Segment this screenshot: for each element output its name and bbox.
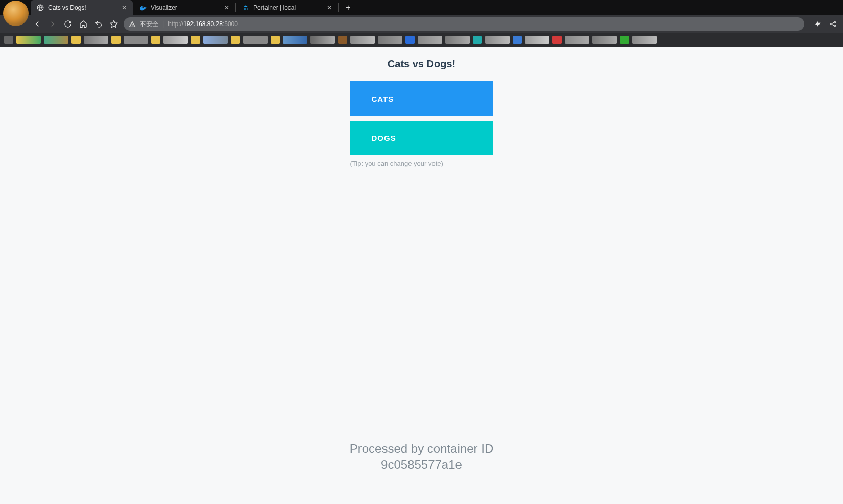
- bookmark-item[interactable]: [378, 36, 402, 44]
- bookmark-item[interactable]: [592, 36, 617, 44]
- footer-line2: 9c0585577a1e: [0, 457, 843, 472]
- close-icon[interactable]: ✕: [223, 4, 230, 11]
- undo-button[interactable]: [94, 19, 103, 29]
- bookmark-item[interactable]: [243, 36, 268, 44]
- bookmark-item[interactable]: [620, 36, 629, 44]
- bookmark-item[interactable]: [191, 36, 200, 44]
- bookmark-item[interactable]: [513, 36, 522, 44]
- footer-line1: Processed by container ID: [0, 441, 843, 457]
- home-button[interactable]: [79, 19, 88, 29]
- tip-text: (Tip: you can change your vote): [350, 160, 493, 167]
- warning-icon: [129, 20, 136, 28]
- security-label: 不安全: [140, 20, 158, 29]
- address-separator: |: [162, 20, 164, 28]
- svg-point-4: [835, 26, 836, 27]
- tab-visualizer[interactable]: Visualizer ✕: [133, 0, 235, 15]
- tab-title: Cats vs Dogs!: [48, 4, 116, 11]
- bookmark-item[interactable]: [163, 36, 188, 44]
- page-title: Cats vs Dogs!: [350, 58, 493, 70]
- bookmark-item[interactable]: [445, 36, 470, 44]
- tab-separator: [338, 3, 339, 12]
- nav-buttons: [33, 19, 118, 29]
- bookmark-item[interactable]: [283, 36, 307, 44]
- globe-icon: [37, 4, 44, 11]
- bookmark-item[interactable]: [203, 36, 228, 44]
- svg-point-3: [835, 21, 836, 23]
- tab-strip: Cats vs Dogs! ✕ Visualizer ✕ Portainer |…: [0, 0, 843, 15]
- bookmark-item[interactable]: [71, 36, 81, 44]
- bookmark-item[interactable]: [111, 36, 121, 44]
- bookmark-item[interactable]: [44, 36, 68, 44]
- vote-dogs-button[interactable]: DOGS: [350, 121, 493, 155]
- new-tab-button[interactable]: +: [342, 1, 355, 14]
- bookmark-item[interactable]: [231, 36, 240, 44]
- bookmark-item[interactable]: [565, 36, 589, 44]
- bookmarks-bar[interactable]: [0, 33, 843, 47]
- close-icon[interactable]: ✕: [326, 4, 333, 11]
- url-scheme: http://: [168, 20, 183, 28]
- portainer-icon: [242, 4, 249, 11]
- bookmark-item[interactable]: [338, 36, 347, 44]
- bookmark-item[interactable]: [124, 36, 148, 44]
- bookmark-item[interactable]: [84, 36, 108, 44]
- svg-marker-1: [110, 20, 117, 27]
- reload-button[interactable]: [63, 19, 73, 29]
- toolbar: 不安全 | http:// 192.168.80.28 :5000: [0, 15, 843, 33]
- svg-point-2: [831, 23, 832, 25]
- close-icon[interactable]: ✕: [121, 4, 128, 11]
- bookmark-item[interactable]: [350, 36, 375, 44]
- bolt-icon[interactable]: [813, 19, 823, 29]
- whale-icon: [139, 4, 147, 11]
- vote-cats-button[interactable]: CATS: [350, 81, 493, 116]
- bookmark-item[interactable]: [271, 36, 280, 44]
- bookmark-item[interactable]: [405, 36, 415, 44]
- footer: Processed by container ID 9c0585577a1e: [0, 441, 843, 472]
- bookmark-item[interactable]: [151, 36, 160, 44]
- page-content: Cats vs Dogs! CATS DOGS (Tip: you can ch…: [0, 47, 843, 504]
- avatar[interactable]: [3, 1, 29, 26]
- bookmark-item[interactable]: [485, 36, 510, 44]
- bookmark-item[interactable]: [310, 36, 335, 44]
- vote-panel: Cats vs Dogs! CATS DOGS (Tip: you can ch…: [350, 47, 493, 167]
- toolbar-right: [813, 19, 838, 29]
- star-icon[interactable]: [109, 19, 118, 29]
- browser-chrome: Cats vs Dogs! ✕ Visualizer ✕ Portainer |…: [0, 0, 843, 47]
- url-host: 192.168.80.28: [183, 20, 223, 28]
- tab-title: Portainer | local: [253, 4, 322, 11]
- forward-button[interactable]: [48, 19, 57, 29]
- bookmark-item[interactable]: [525, 36, 549, 44]
- bookmark-item[interactable]: [4, 36, 13, 44]
- bookmark-item[interactable]: [632, 36, 657, 44]
- bookmark-item[interactable]: [418, 36, 442, 44]
- address-bar[interactable]: 不安全 | http:// 192.168.80.28 :5000: [124, 17, 804, 31]
- tab-cats-vs-dogs[interactable]: Cats vs Dogs! ✕: [31, 0, 133, 15]
- back-button[interactable]: [33, 19, 42, 29]
- bookmark-item[interactable]: [473, 36, 482, 44]
- tab-title: Visualizer: [151, 4, 219, 11]
- tab-portainer[interactable]: Portainer | local ✕: [236, 0, 338, 15]
- bookmark-item[interactable]: [16, 36, 41, 44]
- address-url: http:// 192.168.80.28 :5000: [168, 20, 238, 28]
- url-port: :5000: [223, 20, 238, 28]
- share-icon[interactable]: [829, 19, 838, 29]
- bookmark-item[interactable]: [552, 36, 562, 44]
